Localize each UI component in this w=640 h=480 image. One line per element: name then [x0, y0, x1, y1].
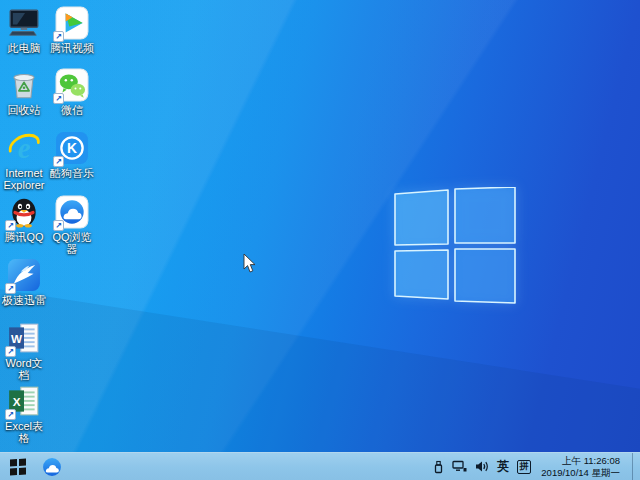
taskbar: 英 拼 上午 11:26:08 2019/10/14 星期一 — [0, 452, 640, 480]
svg-text:K: K — [67, 140, 77, 156]
ime-pinyin-icon[interactable]: 拼 — [517, 460, 531, 474]
desktop-icon-kugou-music[interactable]: K ↗ 酷狗音乐 — [48, 131, 96, 179]
windows-logo — [394, 187, 516, 304]
shortcut-badge: ↗ — [53, 93, 64, 104]
desktop-icon-tencent-video[interactable]: ↗ 腾讯视频 — [48, 6, 96, 54]
icon-label: 极速迅雷 — [0, 294, 48, 306]
desktop-icon-thunder[interactable]: ↗ 极速迅雷 — [0, 258, 48, 306]
desktop-icon-internet-explorer[interactable]: e Internet Explorer — [0, 131, 48, 191]
icon-label: Internet Explorer — [0, 167, 48, 191]
system-tray: 英 拼 上午 11:26:08 2019/10/14 星期一 — [433, 453, 640, 480]
icon-label: 此电脑 — [0, 42, 48, 54]
wechat-icon: ↗ — [55, 68, 89, 102]
icon-label: QQ浏览器 — [48, 231, 96, 255]
desktop-icon-recycle-bin[interactable]: 回收站 — [0, 68, 48, 116]
tencent-qq-icon: ↗ — [7, 195, 41, 229]
icon-label: Word文档 — [0, 357, 48, 381]
icon-label: 腾讯QQ — [0, 231, 48, 243]
icon-label: 酷狗音乐 — [48, 167, 96, 179]
usb-device-icon[interactable] — [433, 453, 444, 480]
taskbar-clock[interactable]: 上午 11:26:08 2019/10/14 星期一 — [539, 455, 624, 478]
desktop-icon-qq-browser[interactable]: ↗ QQ浏览器 — [48, 195, 96, 255]
shortcut-badge: ↗ — [5, 346, 16, 357]
this-pc-icon — [7, 6, 41, 40]
show-desktop-button[interactable] — [632, 453, 637, 480]
desktop-wallpaper: 此电脑 回收站 e Internet Explorer — [0, 0, 640, 452]
word-icon: W ↗ — [7, 321, 41, 355]
shortcut-badge: ↗ — [5, 220, 16, 231]
desktop-icon-this-pc[interactable]: 此电脑 — [0, 6, 48, 54]
shortcut-badge: ↗ — [53, 31, 64, 42]
recycle-bin-icon — [7, 68, 41, 102]
desktop-icon-wechat[interactable]: ↗ 微信 — [48, 68, 96, 116]
qq-browser-icon: ↗ — [55, 195, 89, 229]
icon-label: 腾讯视频 — [48, 42, 96, 54]
shortcut-badge: ↗ — [53, 220, 64, 231]
taskbar-app-qq-browser[interactable] — [36, 453, 68, 480]
desktop-icon-word[interactable]: W ↗ Word文档 — [0, 321, 48, 381]
start-button[interactable] — [0, 453, 36, 480]
network-icon[interactable] — [452, 453, 467, 480]
svg-text:W: W — [11, 332, 22, 345]
volume-icon[interactable] — [475, 453, 489, 480]
qq-browser-icon — [41, 456, 63, 478]
thunder-icon: ↗ — [7, 258, 41, 292]
kugou-music-icon: K ↗ — [55, 131, 89, 165]
svg-text:X: X — [13, 395, 21, 408]
mouse-cursor — [243, 254, 257, 274]
excel-icon: X ↗ — [7, 384, 41, 418]
icon-label: 微信 — [48, 104, 96, 116]
internet-explorer-icon: e — [7, 131, 41, 165]
desktop-icon-tencent-qq[interactable]: ↗ 腾讯QQ — [0, 195, 48, 243]
shortcut-badge: ↗ — [5, 409, 16, 420]
icon-label: Excel表格 — [0, 420, 48, 444]
desktop-icon-excel[interactable]: X ↗ Excel表格 — [0, 384, 48, 444]
clock-date: 2019/10/14 星期一 — [541, 467, 620, 479]
icon-label: 回收站 — [0, 104, 48, 116]
clock-time: 上午 11:26:08 — [541, 455, 620, 467]
shortcut-badge: ↗ — [5, 283, 16, 294]
shortcut-badge: ↗ — [53, 156, 64, 167]
ime-language-indicator[interactable]: 英 — [497, 453, 509, 480]
tencent-video-icon: ↗ — [55, 6, 89, 40]
windows-start-icon — [10, 458, 26, 475]
